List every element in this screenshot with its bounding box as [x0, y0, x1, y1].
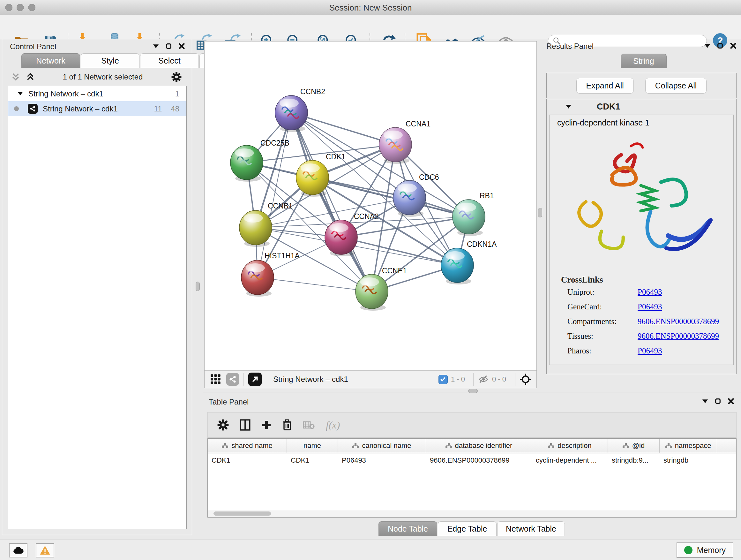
collapse-all-button[interactable]: Collapse All	[645, 78, 707, 94]
network-node-cdkn1a[interactable]	[441, 248, 474, 285]
tab-style[interactable]: Style	[81, 53, 139, 68]
network-node-cdc25b[interactable]	[230, 145, 263, 182]
network-node-ccna2[interactable]	[325, 220, 357, 256]
tab-string[interactable]: String	[621, 54, 667, 68]
cell-canonical-name[interactable]: P06493	[338, 453, 426, 468]
column-header-name[interactable]: name	[287, 439, 338, 453]
column-label: shared name	[231, 442, 272, 450]
entry-header[interactable]: CDK1	[547, 99, 736, 114]
network-options-gear-icon[interactable]	[172, 72, 182, 82]
collapse-all-tree-icon[interactable]	[12, 73, 19, 81]
expand-all-tree-icon[interactable]	[26, 73, 34, 81]
float-panel-icon[interactable]	[715, 398, 721, 404]
collection-expander-icon[interactable]	[18, 92, 23, 96]
node-label-cdkn1a: CDKN1A	[467, 240, 497, 248]
column-header-description[interactable]: description	[532, 439, 608, 453]
birdseye-crosshair-icon[interactable]	[520, 374, 531, 385]
crosslink-label: Uniprot:	[567, 288, 637, 297]
left-splitter-handle[interactable]	[196, 282, 200, 291]
close-panel-icon[interactable]	[728, 398, 734, 404]
panel-menu-icon[interactable]	[704, 44, 710, 48]
collection-count: 1	[175, 89, 179, 98]
entry-expander-icon[interactable]	[566, 105, 571, 109]
network-label: String Network – cdk1	[43, 105, 154, 113]
network-badge-gray-icon[interactable]	[226, 373, 239, 386]
float-panel-icon[interactable]	[717, 43, 723, 49]
crosslink-link-genecard-[interactable]: P06493	[637, 302, 662, 311]
node-label-ccnb1: CCNB1	[268, 202, 293, 210]
network-edge[interactable]	[291, 113, 372, 292]
scrollbar-thumb[interactable]	[213, 511, 271, 516]
float-panel-icon[interactable]	[165, 43, 172, 49]
close-panel-icon[interactable]	[730, 43, 736, 49]
detach-view-button[interactable]	[248, 373, 262, 386]
network-node-cdc6[interactable]	[393, 180, 426, 217]
network-canvas[interactable]: CCNB2CCNA1CDC25BCDK1CDC6RB1CCNB1CCNA2CDK…	[205, 42, 536, 371]
grid-view-icon[interactable]	[210, 374, 221, 385]
show-columns-icon[interactable]	[240, 419, 251, 431]
network-node-rb1[interactable]	[453, 199, 485, 236]
panel-menu-icon[interactable]	[153, 44, 158, 48]
close-panel-icon[interactable]	[179, 43, 185, 49]
tab-network[interactable]: Network	[21, 53, 80, 68]
column-header-shared-name[interactable]: shared name	[208, 439, 287, 453]
column-label: @id	[632, 442, 645, 450]
cell--id[interactable]: stringdb:9...	[608, 453, 660, 468]
memory-label: Memory	[697, 546, 726, 555]
network-edge[interactable]	[258, 277, 372, 292]
cloud-status-button[interactable]	[9, 543, 27, 557]
hidden-counter: 0 - 0	[492, 375, 506, 383]
crosslink-link-tissues-[interactable]: 9606.ENSP00000378699	[637, 332, 719, 341]
column-tree-icon	[548, 443, 554, 449]
network-node-cdk1[interactable]	[296, 160, 329, 197]
network-selection-status: 1 of 1 Network selected	[34, 72, 172, 81]
delete-column-trash-icon[interactable]	[282, 419, 292, 431]
bottom-splitter-handle[interactable]	[468, 389, 478, 393]
network-row[interactable]: String Network – cdk1 11 48	[8, 101, 186, 116]
add-column-icon[interactable]	[261, 420, 272, 430]
crosslinks-title: CrossLinks	[549, 275, 733, 285]
protein-structure-image	[562, 133, 721, 270]
table-horizontal-scrollbar[interactable]	[208, 510, 736, 517]
control-panel-title: Control Panel	[10, 41, 56, 52]
tab-network-table[interactable]: Network Table	[497, 521, 565, 536]
hidden-eye-icon[interactable]	[478, 375, 489, 383]
expand-all-button[interactable]: Expand All	[576, 78, 634, 94]
crosslink-link-uniprot-[interactable]: P06493	[637, 288, 662, 297]
network-node-hist1h1a[interactable]	[241, 260, 274, 297]
column-header-database-identifier[interactable]: database identifier	[426, 439, 532, 453]
crosslink-link-pharos-[interactable]: P06493	[637, 347, 662, 355]
column-header--id[interactable]: @id	[608, 439, 660, 453]
network-edge-count: 48	[171, 105, 179, 113]
table-panel-tabs: Node TableEdge TableNetwork Table	[203, 521, 741, 536]
crosslink-link-compartments-[interactable]: 9606.ENSP00000378699	[637, 317, 719, 326]
memory-button[interactable]: Memory	[677, 543, 733, 558]
selected-checkbox-icon[interactable]	[439, 375, 448, 384]
crosslink-label: Tissues:	[567, 332, 637, 341]
warnings-button[interactable]	[36, 543, 54, 557]
network-node-ccne1[interactable]	[355, 274, 388, 311]
crosslink-row: Pharos:P06493	[549, 344, 733, 358]
cell-database-identifier[interactable]: 9606.ENSP00000378699	[426, 453, 532, 468]
crosslink-label: Compartments:	[567, 317, 637, 326]
tab-node-table[interactable]: Node Table	[379, 521, 437, 536]
column-header-namespace[interactable]: namespace	[660, 439, 717, 453]
network-badge-icon	[28, 104, 38, 114]
cell-description[interactable]: cyclin-dependent ...	[532, 453, 608, 468]
cell-name[interactable]: CDK1	[287, 453, 338, 468]
tab-edge-table[interactable]: Edge Table	[438, 521, 496, 536]
column-header-canonical-name[interactable]: canonical name	[338, 439, 426, 453]
control-panel: Control Panel NetworkStyleSelectSets 1 o…	[2, 39, 192, 535]
network-node-ccna1[interactable]	[379, 127, 412, 164]
right-splitter-handle[interactable]	[538, 208, 542, 217]
cell-shared-name[interactable]: CDK1	[208, 453, 287, 468]
table-row[interactable]: CDK1CDK1P064939606.ENSP00000378699cyclin…	[208, 453, 736, 468]
network-node-ccnb2[interactable]	[275, 96, 308, 132]
cell-namespace[interactable]: stringdb	[660, 453, 717, 468]
panel-menu-icon[interactable]	[702, 399, 708, 403]
tab-select[interactable]: Select	[140, 53, 199, 68]
table-panel-title: Table Panel	[209, 396, 249, 408]
table-options-gear-icon[interactable]	[217, 419, 229, 431]
network-node-ccnb1[interactable]	[239, 210, 272, 247]
network-collection-row[interactable]: String Network – cdk1 1	[8, 86, 186, 101]
